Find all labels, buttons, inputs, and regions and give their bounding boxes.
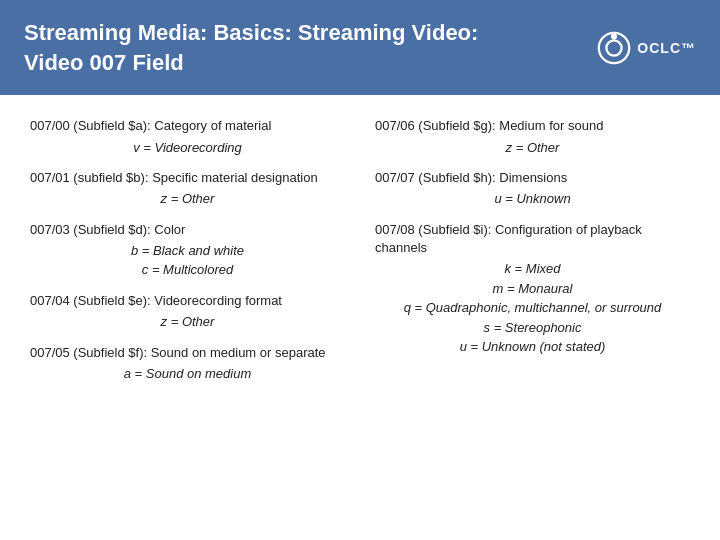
field-block-007-05: 007/05 (Subfield $f): Sound on medium or…	[30, 344, 345, 384]
field-value: z = Other	[30, 189, 345, 209]
oclc-logo: OCLC™	[595, 29, 696, 67]
field-label-007-05: 007/05 (Subfield $f): Sound on medium or…	[30, 344, 345, 362]
field-label-007-03: 007/03 (Subfield $d): Color	[30, 221, 345, 239]
right-column: 007/06 (Subfield $g): Medium for soundz …	[375, 117, 690, 529]
field-label-007-00: 007/00 (Subfield $a): Category of materi…	[30, 117, 345, 135]
svg-point-2	[611, 33, 617, 39]
field-block-007-00: 007/00 (Subfield $a): Category of materi…	[30, 117, 345, 157]
field-label-007-08: 007/08 (Subfield $i): Configuration of p…	[375, 221, 690, 257]
field-value: s = Stereophonic	[375, 318, 690, 338]
field-value: z = Other	[375, 138, 690, 158]
field-value: q = Quadraphonic, multichannel, or surro…	[375, 298, 690, 318]
field-block-007-01: 007/01 (subfield $b): Specific material …	[30, 169, 345, 209]
field-label-007-06: 007/06 (Subfield $g): Medium for sound	[375, 117, 690, 135]
main-content: 007/00 (Subfield $a): Category of materi…	[0, 95, 720, 540]
field-block-007-07: 007/07 (Subfield $h): Dimensionsu = Unkn…	[375, 169, 690, 209]
field-label-007-01: 007/01 (subfield $b): Specific material …	[30, 169, 345, 187]
field-value: v = Videorecording	[30, 138, 345, 158]
field-value: c = Multicolored	[30, 260, 345, 280]
field-value: z = Other	[30, 312, 345, 332]
field-value: b = Black and white	[30, 241, 345, 261]
field-value: u = Unknown	[375, 189, 690, 209]
field-label-007-07: 007/07 (Subfield $h): Dimensions	[375, 169, 690, 187]
page-title: Streaming Media: Basics: Streaming Video…	[24, 18, 478, 77]
field-value: m = Monaural	[375, 279, 690, 299]
field-block-007-08: 007/08 (Subfield $i): Configuration of p…	[375, 221, 690, 357]
oclc-logo-icon	[595, 29, 633, 67]
field-block-007-03: 007/03 (Subfield $d): Colorb = Black and…	[30, 221, 345, 280]
page-header: Streaming Media: Basics: Streaming Video…	[0, 0, 720, 95]
field-value: a = Sound on medium	[30, 364, 345, 384]
field-label-007-04: 007/04 (Subfield $e): Videorecording for…	[30, 292, 345, 310]
field-block-007-04: 007/04 (Subfield $e): Videorecording for…	[30, 292, 345, 332]
left-column: 007/00 (Subfield $a): Category of materi…	[30, 117, 345, 529]
field-value: u = Unknown (not stated)	[375, 337, 690, 357]
svg-point-1	[607, 40, 622, 55]
field-value: k = Mixed	[375, 259, 690, 279]
field-block-007-06: 007/06 (Subfield $g): Medium for soundz …	[375, 117, 690, 157]
